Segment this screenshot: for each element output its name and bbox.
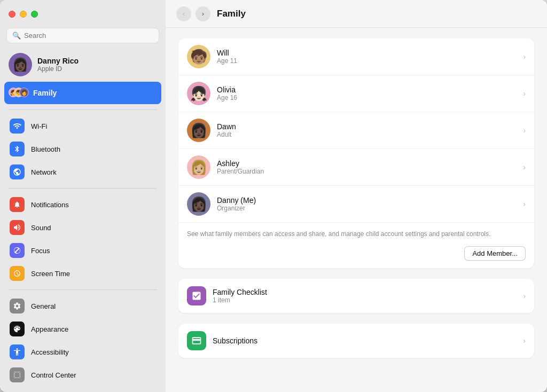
sidebar-item-wifi[interactable]: Wi-Fi (4, 115, 161, 137)
member-info-dawn: Dawn Adult (217, 122, 517, 138)
chevron-right-icon: › (523, 292, 526, 300)
member-role-danny: Organizer (217, 205, 517, 212)
family-members-card: 🧒🏽 Will Age 11 › 👧🏻 Olivia Age 16 (178, 38, 534, 268)
sidebar: 🔍 👩🏿 Danny Rico Apple ID 👧 👦 👩 F (0, 0, 166, 392)
main-content: 🧒🏽 Will Age 11 › 👧🏻 Olivia Age 16 (166, 28, 547, 392)
user-avatar: 👩🏿 (9, 53, 32, 76)
accessibility-icon (10, 344, 25, 359)
member-info-olivia: Olivia Age 16 (217, 85, 517, 101)
sidebar-item-network[interactable]: Network (4, 161, 161, 183)
family-checklist-card: Family Checklist 1 item › (178, 279, 534, 313)
sidebar-item-label-accessibility: Accessibility (31, 348, 69, 356)
maximize-button[interactable] (31, 11, 38, 18)
sidebar-user-section: 👩🏿 Danny Rico Apple ID 👧 👦 👩 Family (0, 49, 166, 105)
family-avatars: 👧 👦 👩 (9, 85, 28, 100)
checklist-sub: 1 item (213, 296, 517, 304)
member-name-will: Will (217, 49, 517, 57)
family-description: See what family members can access and s… (178, 223, 534, 241)
chevron-right-icon: › (523, 163, 526, 171)
checklist-row[interactable]: Family Checklist 1 item › (178, 279, 534, 313)
subscriptions-icon (187, 331, 206, 350)
member-name-olivia: Olivia (217, 85, 517, 94)
table-row[interactable]: 👩🏿 Danny (Me) Organizer › (178, 186, 534, 223)
user-name: Danny Rico (37, 57, 79, 65)
user-info: Danny Rico Apple ID (37, 57, 79, 73)
chevron-right-icon: › (523, 126, 526, 135)
sidebar-item-label-general: General (31, 302, 56, 310)
general-icon (10, 299, 25, 313)
search-input[interactable] (24, 32, 153, 40)
sidebar-item-sound[interactable]: Sound (4, 216, 161, 239)
member-avatar-olivia: 👧🏻 (187, 82, 210, 105)
checklist-icon (187, 286, 206, 305)
sidebar-item-label-sound: Sound (31, 224, 51, 232)
page-title: Family (217, 9, 246, 19)
member-avatar-will: 🧒🏽 (187, 45, 210, 68)
minimize-button[interactable] (20, 11, 27, 18)
member-avatar-ashley: 👩🏼 (187, 155, 210, 179)
user-sub: Apple ID (37, 65, 79, 73)
sidebar-item-bluetooth[interactable]: Bluetooth (4, 138, 161, 160)
sidebar-item-notifications[interactable]: Notifications (4, 193, 161, 216)
member-name-ashley: Ashley (217, 159, 517, 168)
sound-icon (10, 220, 25, 235)
chevron-right-icon: › (523, 89, 526, 98)
sidebar-item-label-screentime: Screen Time (31, 270, 70, 278)
add-member-row: Add Member... (178, 241, 534, 268)
sidebar-item-label-wifi: Wi-Fi (31, 122, 47, 130)
user-row[interactable]: 👩🏿 Danny Rico Apple ID (4, 49, 161, 81)
member-role-ashley: Parent/Guardian (217, 168, 517, 175)
search-bar[interactable]: 🔍 (6, 28, 159, 43)
sidebar-item-label-bluetooth: Bluetooth (31, 145, 60, 153)
family-avatar-3: 👩 (19, 88, 29, 97)
table-row[interactable]: 👧🏻 Olivia Age 16 › (178, 75, 534, 112)
back-button[interactable]: ‹ (176, 6, 191, 21)
notifications-icon (10, 197, 25, 212)
member-role-dawn: Adult (217, 131, 517, 138)
member-info-ashley: Ashley Parent/Guardian (217, 159, 517, 175)
network-icon (10, 164, 25, 179)
screentime-icon (10, 266, 25, 281)
sidebar-item-label-controlcenter: Control Center (31, 371, 76, 379)
subscriptions-card[interactable]: Subscriptions › (178, 324, 534, 358)
sidebar-divider-3 (9, 289, 157, 290)
bluetooth-icon (10, 142, 25, 156)
member-role-olivia: Age 16 (217, 94, 517, 101)
sidebar-item-label-network: Network (31, 168, 57, 176)
sidebar-divider-2 (9, 188, 157, 189)
table-row[interactable]: 👩🏿 Dawn Adult › (178, 112, 534, 149)
member-name-dawn: Dawn (217, 122, 517, 131)
sidebar-system-section: Notifications Sound Focus Screen Time (0, 193, 166, 285)
chevron-right-icon: › (523, 52, 526, 61)
controlcenter-icon (10, 367, 25, 382)
close-button[interactable] (9, 11, 15, 18)
member-avatar-dawn: 👩🏿 (187, 119, 210, 142)
member-info-will: Will Age 11 (217, 49, 517, 65)
sidebar-item-controlcenter[interactable]: Control Center (4, 364, 161, 386)
sidebar-item-general[interactable]: General (4, 295, 161, 317)
sidebar-item-focus[interactable]: Focus (4, 239, 161, 262)
sidebar-item-label-appearance: Appearance (31, 325, 68, 333)
add-member-button[interactable]: Add Member... (464, 246, 526, 261)
sidebar-prefs-section: General Appearance Accessibility Control… (0, 294, 166, 387)
table-row[interactable]: 🧒🏽 Will Age 11 › (178, 38, 534, 75)
main-titlebar: ‹ › Family (166, 0, 547, 28)
focus-icon (10, 243, 25, 258)
titlebar (0, 0, 166, 28)
table-row[interactable]: 👩🏼 Ashley Parent/Guardian › (178, 149, 534, 186)
sidebar-divider-1 (9, 109, 157, 110)
forward-button[interactable]: › (196, 6, 210, 21)
chevron-right-icon: › (523, 200, 526, 208)
sidebar-item-accessibility[interactable]: Accessibility (4, 341, 161, 363)
chevron-right-icon: › (523, 336, 526, 345)
sidebar-item-screentime[interactable]: Screen Time (4, 262, 161, 285)
app-window: 🔍 👩🏿 Danny Rico Apple ID 👧 👦 👩 F (0, 0, 547, 392)
wifi-icon (10, 119, 25, 134)
sidebar-item-family[interactable]: 👧 👦 👩 Family (4, 82, 161, 104)
sidebar-item-appearance[interactable]: Appearance (4, 318, 161, 340)
member-avatar-danny: 👩🏿 (187, 192, 210, 216)
sidebar-network-section: Wi-Fi Bluetooth Network (0, 114, 166, 184)
member-role-will: Age 11 (217, 57, 517, 65)
family-label: Family (33, 89, 57, 97)
subscriptions-name: Subscriptions (213, 336, 517, 345)
